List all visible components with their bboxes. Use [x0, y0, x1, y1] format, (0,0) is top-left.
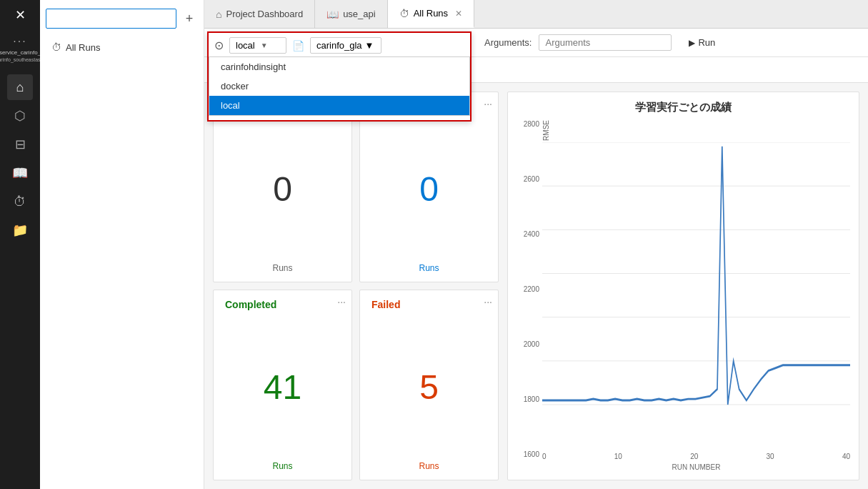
compute-option-local[interactable]: local: [209, 96, 469, 115]
y-tick-2000: 2000: [524, 340, 539, 348]
add-button[interactable]: +: [181, 10, 198, 27]
tab-all-runs-icon: ⏱: [399, 8, 409, 19]
args-label: Arguments:: [484, 37, 532, 48]
sidebar-icon-book[interactable]: 📖: [7, 160, 33, 186]
x-axis-label: RUN NUMBER: [542, 463, 850, 471]
x-ticks: 0 10 20 30 40: [542, 453, 850, 460]
target-icon: ⊙: [214, 39, 224, 52]
card-failed-title: Failed: [371, 299, 487, 310]
card-failed-runs[interactable]: Runs: [371, 461, 487, 471]
chart-container: 2800 2600 2400 2200 2000 1800 1600 RMSE: [517, 120, 850, 471]
tab-use-api[interactable]: 📖 use_api: [315, 0, 388, 28]
card-completed-number: 41: [225, 316, 340, 458]
y-tick-2800: 2800: [524, 120, 539, 128]
sidebar: ✕ ··· amlservice_carinfo_WS carinfo_sout…: [0, 0, 40, 489]
args-input[interactable]: [539, 34, 672, 51]
tab-project-dashboard-icon: ⌂: [216, 9, 221, 20]
chart-svg: [542, 142, 850, 453]
file-icon: 📄: [292, 40, 304, 51]
tab-all-runs-label: All Runs: [414, 8, 448, 19]
x-tick-20: 20: [690, 453, 698, 460]
tab-all-runs-close[interactable]: ✕: [455, 9, 462, 19]
file-dropdown-arrow: ▼: [365, 40, 374, 51]
sidebar-icon-history[interactable]: ⏱: [7, 189, 33, 214]
card-preparing-runs: Runs: [225, 263, 340, 273]
search-row: +: [46, 9, 198, 29]
compute-dropdown-arrow: ▼: [261, 41, 268, 49]
dashboard: ··· Preparing 0 Runs ··· Running 0 Runs …: [204, 83, 868, 489]
x-tick-10: 10: [614, 453, 622, 460]
chart-panel: 学習実行ごとの成績 2800 2600 2400 2200 2000 1800 …: [507, 92, 859, 480]
all-runs-label: All Runs: [66, 42, 100, 53]
card-completed-runs[interactable]: Runs: [225, 461, 340, 471]
sidebar-icon-database[interactable]: ⊟: [7, 132, 33, 157]
compute-dropdown-menu: carinfohdinsight docker local: [209, 56, 470, 116]
file-dropdown[interactable]: carinfo_gla ▼: [310, 37, 381, 54]
all-runs-icon: ⏱: [51, 41, 61, 53]
run-label: Run: [698, 37, 715, 48]
chart-svg-wrapper: RMSE: [542, 120, 850, 471]
x-tick-40: 40: [842, 453, 850, 460]
card-failed-number: 5: [371, 316, 487, 458]
y-tick-2400: 2400: [524, 230, 539, 238]
card-running-runs: Runs: [371, 263, 487, 273]
sidebar-icon-cube[interactable]: ⬡: [7, 103, 33, 129]
compute-dropdown-value: local: [236, 40, 255, 51]
y-tick-2600: 2600: [524, 175, 539, 183]
card-completed-title: Completed: [225, 299, 340, 310]
y-axis-label: RMSE: [542, 120, 550, 141]
compute-dropdown-overlay: ⊙ local ▼ 📄 carinfo_gla ▼ carinfohdinsig…: [207, 31, 472, 122]
tab-bar: ⌂ Project Dashboard 📖 use_api ⏱ All Runs…: [204, 0, 868, 29]
search-input[interactable]: [46, 9, 176, 29]
card-failed-more[interactable]: ···: [484, 296, 492, 307]
tab-all-runs[interactable]: ⏱ All Runs ✕: [388, 0, 474, 28]
chart-title: 学習実行ごとの成績: [517, 101, 850, 114]
sidebar-icon-folder[interactable]: 📁: [7, 217, 33, 243]
cards-grid: ··· Preparing 0 Runs ··· Running 0 Runs …: [213, 92, 499, 480]
y-tick-1800: 1800: [524, 395, 539, 403]
card-running-number: 0: [371, 118, 487, 260]
card-completed: ··· Completed 41 Runs: [213, 290, 352, 480]
sidebar-icon-home[interactable]: ⌂: [7, 74, 33, 100]
left-panel: + ⏱ All Runs: [40, 0, 204, 489]
main-area: ⌂ Project Dashboard 📖 use_api ⏱ All Runs…: [204, 0, 868, 489]
compute-option-docker[interactable]: docker: [209, 76, 469, 96]
card-completed-more[interactable]: ···: [337, 296, 346, 307]
tab-use-api-icon: 📖: [326, 9, 339, 20]
content-area: ⊙ local ▼ 📄 carinfo_gla ▼ carinfohdinsig…: [204, 29, 868, 489]
run-button[interactable]: ▶ Run: [679, 34, 725, 51]
play-icon: ▶: [689, 38, 695, 48]
toolbar: ⊙ local ▼ 📄 carinfo_gla ▼ carinfohdinsig…: [204, 29, 868, 57]
tab-project-dashboard-label: Project Dashboard: [226, 9, 303, 19]
card-failed: ··· Failed 5 Runs: [359, 290, 499, 480]
y-tick-2200: 2200: [524, 285, 539, 293]
x-tick-30: 30: [767, 453, 774, 460]
tab-project-dashboard[interactable]: ⌂ Project Dashboard: [204, 0, 315, 28]
file-dropdown-value: carinfo_gla: [316, 40, 362, 51]
compute-dropdown-trigger-row: ⊙ local ▼ 📄 carinfo_gla ▼: [209, 37, 470, 54]
y-tick-1600: 1600: [524, 450, 539, 458]
compute-option-carinfohdinsight[interactable]: carinfohdinsight: [209, 57, 469, 76]
x-tick-0: 0: [542, 453, 547, 460]
tab-use-api-label: use_api: [343, 9, 376, 19]
compute-dropdown[interactable]: local ▼: [229, 37, 286, 54]
sidebar-item-all-runs[interactable]: ⏱ All Runs: [46, 37, 198, 57]
card-preparing-number: 0: [225, 118, 340, 260]
sidebar-close-button[interactable]: ✕: [15, 7, 26, 23]
card-running-more[interactable]: ···: [484, 98, 492, 109]
